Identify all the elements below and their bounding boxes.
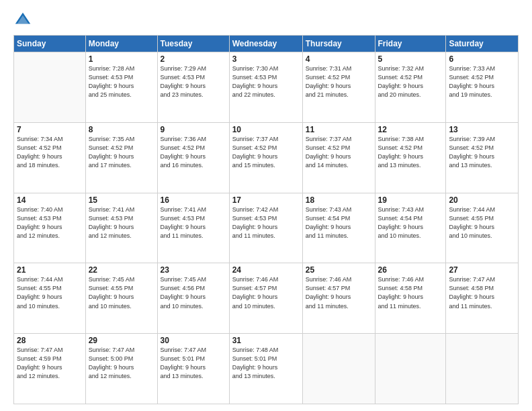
calendar-header-row: Sunday Monday Tuesday Wednesday Thursday…	[14, 36, 519, 52]
day-number-5: 5	[378, 54, 443, 64]
cell-w3-d3: 16Sunrise: 7:41 AM Sunset: 4:53 PM Dayli…	[157, 193, 229, 263]
cell-w2-d5: 11Sunrise: 7:37 AM Sunset: 4:52 PM Dayli…	[302, 122, 375, 193]
day-info-22: Sunrise: 7:45 AM Sunset: 4:55 PM Dayligh…	[89, 275, 154, 310]
cell-w5-d1: 28Sunrise: 7:47 AM Sunset: 4:59 PM Dayli…	[14, 334, 86, 404]
cell-w2-d4: 10Sunrise: 7:37 AM Sunset: 4:52 PM Dayli…	[229, 122, 302, 193]
cell-w4-d4: 24Sunrise: 7:46 AM Sunset: 4:57 PM Dayli…	[229, 263, 302, 334]
cell-w3-d1: 14Sunrise: 7:40 AM Sunset: 4:53 PM Dayli…	[14, 193, 86, 263]
cell-w5-d5	[302, 334, 375, 404]
cell-w5-d3: 30Sunrise: 7:47 AM Sunset: 5:01 PM Dayli…	[157, 334, 229, 404]
cell-w3-d7: 20Sunrise: 7:44 AM Sunset: 4:55 PM Dayli…	[446, 193, 519, 263]
cell-w1-d4: 3Sunrise: 7:30 AM Sunset: 4:53 PM Daylig…	[229, 52, 302, 123]
cell-w4-d1: 21Sunrise: 7:44 AM Sunset: 4:55 PM Dayli…	[14, 263, 86, 334]
day-number-28: 28	[17, 336, 83, 345]
col-friday: Friday	[375, 36, 446, 52]
day-number-6: 6	[449, 54, 515, 64]
day-number-1: 1	[89, 54, 154, 64]
day-info-6: Sunrise: 7:33 AM Sunset: 4:52 PM Dayligh…	[449, 64, 515, 99]
day-info-26: Sunrise: 7:46 AM Sunset: 4:58 PM Dayligh…	[378, 275, 443, 310]
day-number-30: 30	[161, 336, 226, 345]
day-number-23: 23	[161, 265, 226, 275]
day-info-16: Sunrise: 7:41 AM Sunset: 4:53 PM Dayligh…	[161, 205, 226, 240]
day-number-25: 25	[306, 265, 372, 275]
day-number-29: 29	[89, 336, 154, 345]
week-row-1: 1Sunrise: 7:28 AM Sunset: 4:53 PM Daylig…	[14, 52, 519, 123]
day-info-12: Sunrise: 7:38 AM Sunset: 4:52 PM Dayligh…	[378, 135, 443, 170]
day-info-14: Sunrise: 7:40 AM Sunset: 4:53 PM Dayligh…	[17, 205, 83, 240]
cell-w4-d5: 25Sunrise: 7:46 AM Sunset: 4:57 PM Dayli…	[302, 263, 375, 334]
day-info-5: Sunrise: 7:32 AM Sunset: 4:52 PM Dayligh…	[378, 64, 443, 99]
logo-icon	[13, 11, 32, 30]
day-info-13: Sunrise: 7:39 AM Sunset: 4:52 PM Dayligh…	[449, 135, 515, 170]
day-number-11: 11	[306, 125, 372, 134]
day-number-20: 20	[449, 195, 515, 205]
day-number-13: 13	[449, 125, 515, 134]
day-info-25: Sunrise: 7:46 AM Sunset: 4:57 PM Dayligh…	[306, 275, 372, 310]
day-info-17: Sunrise: 7:42 AM Sunset: 4:53 PM Dayligh…	[232, 205, 300, 240]
day-number-14: 14	[17, 195, 83, 205]
day-number-27: 27	[449, 265, 515, 275]
day-number-16: 16	[161, 195, 226, 205]
cell-w2-d6: 12Sunrise: 7:38 AM Sunset: 4:52 PM Dayli…	[375, 122, 446, 193]
col-wednesday: Wednesday	[229, 36, 302, 52]
day-info-29: Sunrise: 7:47 AM Sunset: 5:00 PM Dayligh…	[89, 346, 154, 381]
cell-w4-d2: 22Sunrise: 7:45 AM Sunset: 4:55 PM Dayli…	[85, 263, 157, 334]
cell-w3-d5: 18Sunrise: 7:43 AM Sunset: 4:54 PM Dayli…	[302, 193, 375, 263]
day-number-26: 26	[378, 265, 443, 275]
cell-w2-d1: 7Sunrise: 7:34 AM Sunset: 4:52 PM Daylig…	[14, 122, 86, 193]
day-number-3: 3	[232, 54, 300, 64]
cell-w3-d2: 15Sunrise: 7:41 AM Sunset: 4:53 PM Dayli…	[85, 193, 157, 263]
day-info-21: Sunrise: 7:44 AM Sunset: 4:55 PM Dayligh…	[17, 275, 83, 310]
day-info-10: Sunrise: 7:37 AM Sunset: 4:52 PM Dayligh…	[232, 135, 300, 170]
cell-w4-d3: 23Sunrise: 7:45 AM Sunset: 4:56 PM Dayli…	[157, 263, 229, 334]
day-number-7: 7	[17, 125, 83, 134]
col-thursday: Thursday	[302, 36, 375, 52]
day-number-4: 4	[306, 54, 372, 64]
day-number-21: 21	[17, 265, 83, 275]
day-info-1: Sunrise: 7:28 AM Sunset: 4:53 PM Dayligh…	[89, 64, 154, 99]
day-info-4: Sunrise: 7:31 AM Sunset: 4:52 PM Dayligh…	[306, 64, 372, 99]
day-number-19: 19	[378, 195, 443, 205]
cell-w2-d7: 13Sunrise: 7:39 AM Sunset: 4:52 PM Dayli…	[446, 122, 519, 193]
cell-w2-d3: 9Sunrise: 7:36 AM Sunset: 4:52 PM Daylig…	[157, 122, 229, 193]
day-number-18: 18	[306, 195, 372, 205]
logo	[13, 11, 34, 30]
day-info-20: Sunrise: 7:44 AM Sunset: 4:55 PM Dayligh…	[449, 205, 515, 240]
day-number-31: 31	[232, 336, 300, 345]
cell-w4-d7: 27Sunrise: 7:47 AM Sunset: 4:58 PM Dayli…	[446, 263, 519, 334]
cell-w1-d1	[14, 52, 86, 123]
col-tuesday: Tuesday	[157, 36, 229, 52]
cell-w5-d6	[375, 334, 446, 404]
day-info-11: Sunrise: 7:37 AM Sunset: 4:52 PM Dayligh…	[306, 135, 372, 170]
cell-w1-d3: 2Sunrise: 7:29 AM Sunset: 4:53 PM Daylig…	[157, 52, 229, 123]
week-row-3: 14Sunrise: 7:40 AM Sunset: 4:53 PM Dayli…	[14, 193, 519, 263]
day-number-24: 24	[232, 265, 300, 275]
cell-w1-d5: 4Sunrise: 7:31 AM Sunset: 4:52 PM Daylig…	[302, 52, 375, 123]
week-row-2: 7Sunrise: 7:34 AM Sunset: 4:52 PM Daylig…	[14, 122, 519, 193]
page: Sunday Monday Tuesday Wednesday Thursday…	[0, 0, 532, 411]
header	[13, 11, 519, 30]
day-info-15: Sunrise: 7:41 AM Sunset: 4:53 PM Dayligh…	[89, 205, 154, 240]
cell-w1-d7: 6Sunrise: 7:33 AM Sunset: 4:52 PM Daylig…	[446, 52, 519, 123]
day-number-17: 17	[232, 195, 300, 205]
cell-w1-d2: 1Sunrise: 7:28 AM Sunset: 4:53 PM Daylig…	[85, 52, 157, 123]
col-monday: Monday	[85, 36, 157, 52]
day-info-9: Sunrise: 7:36 AM Sunset: 4:52 PM Dayligh…	[161, 135, 226, 170]
day-number-15: 15	[89, 195, 154, 205]
day-number-22: 22	[89, 265, 154, 275]
day-info-27: Sunrise: 7:47 AM Sunset: 4:58 PM Dayligh…	[449, 275, 515, 310]
day-number-9: 9	[161, 125, 226, 134]
cell-w4-d6: 26Sunrise: 7:46 AM Sunset: 4:58 PM Dayli…	[375, 263, 446, 334]
cell-w1-d6: 5Sunrise: 7:32 AM Sunset: 4:52 PM Daylig…	[375, 52, 446, 123]
day-info-30: Sunrise: 7:47 AM Sunset: 5:01 PM Dayligh…	[161, 346, 226, 381]
day-number-10: 10	[232, 125, 300, 134]
cell-w5-d4: 31Sunrise: 7:48 AM Sunset: 5:01 PM Dayli…	[229, 334, 302, 404]
cell-w3-d4: 17Sunrise: 7:42 AM Sunset: 4:53 PM Dayli…	[229, 193, 302, 263]
calendar-table: Sunday Monday Tuesday Wednesday Thursday…	[13, 35, 519, 404]
day-number-8: 8	[89, 125, 154, 134]
day-info-8: Sunrise: 7:35 AM Sunset: 4:52 PM Dayligh…	[89, 135, 154, 170]
day-info-7: Sunrise: 7:34 AM Sunset: 4:52 PM Dayligh…	[17, 135, 83, 170]
day-info-19: Sunrise: 7:43 AM Sunset: 4:54 PM Dayligh…	[378, 205, 443, 240]
day-info-28: Sunrise: 7:47 AM Sunset: 4:59 PM Dayligh…	[17, 346, 83, 381]
col-sunday: Sunday	[14, 36, 86, 52]
